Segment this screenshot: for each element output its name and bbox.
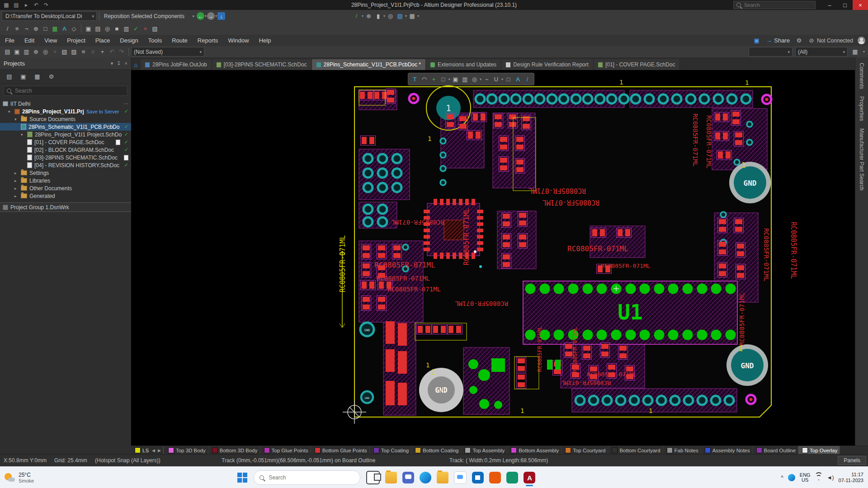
tree-item-settings[interactable]: ▸ Settings [0,169,131,177]
menu-view[interactable]: View [39,35,62,46]
cut-icon[interactable]: × [50,47,60,56]
path-combo[interactable]: ▾ [2,11,97,21]
via-tool-icon[interactable]: ◎ [470,75,479,84]
string-tool-icon[interactable]: A [513,75,523,84]
menu-help[interactable]: Help [254,35,276,46]
filter-tool-icon[interactable]: T [410,75,420,84]
rectangle-tool-icon[interactable]: □ [41,24,50,33]
layer-tab-top-glue-points[interactable]: Top Glue Points [260,446,311,455]
taskbar-search[interactable] [254,470,360,485]
room-tool-icon[interactable]: ▧ [150,24,160,33]
home-icon[interactable]: ⌂ [131,59,141,70]
weather-widget[interactable]: 25°C Smoke [0,472,113,483]
task-view-icon[interactable] [366,471,380,484]
run-icon[interactable]: ▸ [23,2,30,8]
menu-project[interactable]: Project [62,35,90,46]
sheet-symbol-icon[interactable]: ▦ [50,24,60,33]
junction-icon[interactable]: ⊕ [31,24,41,33]
save-all-icon[interactable]: ▤ [13,2,20,8]
polygon-tool-icon[interactable]: ◇ [69,24,79,33]
place-line-icon[interactable]: / [352,11,361,21]
chevron-down-icon[interactable]: ▾ [205,14,207,18]
wifi-icon[interactable] [815,475,822,480]
compile-icon[interactable]: ▣ [19,72,28,81]
layer-tab-assembly-notes[interactable]: Assembly Notes [701,446,753,455]
tab-pcbdoc-active[interactable]: 28Pins_Schematic_V1I1_PCB.PcbDoc * [312,59,426,70]
back-icon[interactable]: ← [197,12,204,20]
layer-tab-top-coating[interactable]: Top Coating [370,446,411,455]
scroll-right-icon[interactable]: ▶ [156,448,162,453]
layer-tab-board-outline[interactable]: Board Outline [753,446,798,455]
gear-icon[interactable]: ⚙ [794,36,804,45]
fill-tool-icon[interactable]: ■ [112,24,122,33]
menu-route[interactable]: Route [167,35,193,46]
net-label-icon[interactable]: ¬ [22,24,31,33]
gnd-pad-left-bottom[interactable]: GND 1 [419,368,463,412]
tree-item-other-documents[interactable]: ▸ Other Documents [0,184,131,192]
chevron-down-icon[interactable]: ▾ [215,14,217,18]
reposition-combo[interactable]: Reposition Selected Components ▾ [102,12,197,20]
tree-item-libraries[interactable]: ▸ Libraries [0,177,131,184]
menu-design[interactable]: Design [115,35,143,46]
layer-tab-bottom-3d-body[interactable]: Bottom 3D Body [208,446,260,455]
chevron-down-icon[interactable]: ▾ [480,77,481,81]
panels-button[interactable]: Panels [838,456,866,465]
measure-tool-icon[interactable]: / [523,75,532,84]
via-icon[interactable]: ◎ [386,11,395,21]
route-tool-icon[interactable]: ~ [482,75,491,84]
undo-icon[interactable]: ↶ [33,2,40,8]
align-tool-icon[interactable]: ▤ [93,24,103,33]
grid-icon[interactable]: ▦ [407,11,417,21]
validate-icon[interactable]: ✓ [131,24,141,33]
layer-tab-top-courtyard[interactable]: Top Courtyard [561,446,608,455]
gnd-pad-right-bottom[interactable]: GND 1 [726,344,768,386]
saved-state-combo[interactable]: (Not Saved) ▾ [131,47,204,56]
layer-tab-bottom-coating[interactable]: Bottom Coating [411,446,461,455]
fill-tool-icon[interactable]: ▥ [460,75,470,84]
iron-out-icon[interactable]: ▤ [395,11,405,21]
tree-item-project[interactable]: ▾ 28Pins_Project_V1I1.Prj Save to Server… [0,108,131,115]
tab-properties[interactable]: Properties [859,91,865,123]
zoom-area-icon[interactable]: ◎ [41,47,50,56]
volume-icon[interactable]: ◄) [827,474,834,481]
undo-icon[interactable]: ↶ [107,47,117,56]
chevron-down-icon[interactable]: ▾ [843,50,845,54]
minimize-button[interactable]: – [822,0,837,10]
layer-tab-top-3d-body[interactable]: Top 3D Body [165,446,208,455]
layer-set-label[interactable]: LS [142,448,149,453]
menu-tools[interactable]: Tools [143,35,167,46]
tree-item-source-documents[interactable]: ▾ Source Documents [0,115,131,123]
scroll-left-icon[interactable]: ◀ [151,448,156,453]
office-app-icon[interactable] [489,472,501,483]
tree-item-pcbdoc[interactable]: 28Pins_Schematic_V1I1_PCB.PcbDo ✓ [0,123,131,131]
array-tool-icon[interactable]: ▥ [122,24,131,33]
search-input[interactable] [743,2,804,8]
taskbar-search-input[interactable] [268,474,337,481]
clock[interactable]: 11:17 07-11-2023 [839,472,863,483]
edge-tray-icon[interactable] [788,474,795,481]
layer-tab-bottom-assembly[interactable]: Bottom Assembly [507,446,561,455]
menu-place[interactable]: Place [90,35,115,46]
bus-tool-icon[interactable]: ≡ [12,24,22,33]
part-tool-icon[interactable]: ▣ [84,24,93,33]
move-icon[interactable]: + [98,47,107,56]
menu-edit[interactable]: Edit [19,35,39,46]
chevron-down-icon[interactable]: ▾ [362,14,363,18]
place-origin-icon[interactable]: + [429,75,439,84]
path-input[interactable] [5,13,83,20]
teams-icon[interactable] [402,472,414,483]
chevron-down-icon[interactable]: ▾ [788,50,790,54]
grid-view-icon[interactable]: ▦ [850,47,860,56]
start-button[interactable] [237,473,247,483]
room-tool-icon[interactable]: □ [504,75,513,84]
panel-settings-icon[interactable]: ⚙ [47,72,56,81]
layer-tab-bottom-courtyard[interactable]: Bottom Courtyard [608,446,663,455]
edge-browser-icon[interactable] [420,472,431,483]
media-app-icon[interactable] [506,472,518,483]
tree-item-28pins-schematic[interactable]: [03]-28PINS SCHEMATIC.SchDoc [0,154,131,161]
global-search[interactable] [733,1,816,9]
via-tool-icon[interactable]: ◎ [103,24,112,33]
arc-tool-icon[interactable]: ◠ [420,75,429,84]
grid-settings-icon[interactable]: # [88,47,98,56]
tree-item-workspace[interactable]: IIT Delhi ⋯ [0,100,131,108]
